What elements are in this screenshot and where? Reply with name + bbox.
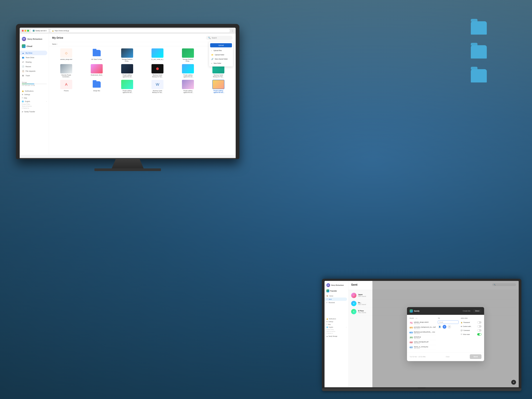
laptop-settings-label: Settings [328, 321, 333, 322]
user-name: Henry Richardson [27, 38, 42, 40]
laptop-nav-received[interactable]: ↙ Received [324, 301, 348, 304]
laptop-notifications[interactable]: 🔔 Notifications [324, 317, 348, 320]
elpaso-avatar: E [351, 309, 356, 314]
sidebar-item-file-requests[interactable]: 📋 File requests [20, 69, 49, 73]
jpg-info: photo(2).jp 355.30 kb [414, 336, 436, 339]
file-item-bench[interactable]: People walking against the w/o (22540443… [204, 80, 233, 93]
direct-tab[interactable]: Direct [473, 309, 481, 313]
browser-menu-icon[interactable]: ⋮ [231, 30, 234, 32]
sidebar-item-trash[interactable]: 🗑 Trash [20, 73, 49, 78]
file-item-folder1[interactable]: All I Want To Hear [82, 48, 111, 62]
sketch-type-icon: Fig [410, 321, 413, 324]
laptop-nav-home[interactable]: 🏠 Home [324, 294, 348, 298]
password-toggle[interactable] [477, 321, 481, 323]
modal-file-mp3: MP3 promotion_background_mu...mp3 355.30… [410, 325, 436, 330]
upload-folder-option[interactable]: 📁 Upload folder [209, 53, 233, 57]
modal-close-btn[interactable]: Close [446, 356, 450, 357]
file-item-photo11[interactable]: People walking against the w/o (22540445… [113, 80, 141, 93]
file-item-photo5[interactable]: Diversity People Connection... [52, 64, 81, 78]
contact-icon-3[interactable]: + [447, 325, 451, 329]
close-x-button[interactable]: ✕ [511, 380, 516, 385]
send-button[interactable]: Send [470, 354, 481, 359]
custom-toggle[interactable] [477, 325, 481, 328]
key-type-icon: KEY [410, 346, 413, 349]
sidebar-item-team-drive[interactable]: 👥 Team Drive [20, 55, 49, 60]
sidebar-notifications[interactable]: 🔔 Notifications [20, 89, 49, 93]
sidebar-settings[interactable]: ⚙ Settings [20, 93, 49, 96]
nav-sharing: Sharing [25, 61, 32, 63]
file-item-design[interactable]: ◇ website_design.sketch [52, 48, 81, 62]
file-item-photo2[interactable]: jk_,pint_,renita_pq_duplo_... [143, 48, 172, 62]
desktop-folder-2[interactable] [471, 45, 487, 58]
minimize-dot[interactable] [25, 30, 26, 32]
file-item-photo7[interactable]: People walking against the w/o (22540644… [113, 64, 141, 78]
contact-icon-1[interactable]: 👤 [438, 325, 442, 329]
contact-icon-2[interactable]: ⚙ [443, 325, 446, 329]
sandy-transfer-button[interactable]: ⇄ Sandy Transfer [20, 110, 49, 114]
files-add-icon[interactable]: + [416, 317, 417, 319]
sidebar-help[interactable]: ? Help [20, 96, 49, 100]
create-link-tab[interactable]: Create link [461, 309, 472, 313]
maximize-dot[interactable] [27, 30, 29, 32]
mov-type-icon: MOV [410, 331, 413, 334]
new-folder-option[interactable]: + New folder [209, 61, 233, 65]
privacy-policy-link[interactable]: Privacy Policy [20, 103, 49, 105]
sidebar-item-recent[interactable]: 🕐 Recent [20, 64, 49, 69]
file-item-word[interactable]: W Business Cards Mockup On Two... [143, 80, 172, 93]
laptop-privacy[interactable]: Privacy Policy [324, 329, 348, 330]
file-item-photo9[interactable]: People walking against the w/o (22540642… [174, 64, 202, 78]
file-item-photo6[interactable]: Shutterstock_Send_Anywhere_App [82, 64, 111, 78]
mp3-filesize: 355.30 kb [414, 328, 436, 329]
file-thumb-photo11 [121, 80, 133, 89]
sidebar-language[interactable]: 🌐 English › [20, 100, 49, 103]
monitor-stand [108, 159, 148, 168]
file-item-photo8[interactable]: Business Cards Mockup On Two... [143, 64, 172, 78]
japan-initials: J [353, 295, 354, 296]
new-shared-folder-option[interactable]: 🔗 New shared folder [209, 57, 233, 61]
sidebar-item-sharing[interactable]: ⇄ Sharing [20, 60, 49, 64]
sort-label[interactable]: Name ↑ [52, 43, 57, 45]
laptop-settings[interactable]: ⚙ Settings [324, 320, 348, 323]
upload-files-label: Upload files [214, 50, 222, 51]
browser-chrome: Sandy can do it 🔒 https://www.sendy.jp ⋮ [20, 28, 236, 34]
laptop-language-icon: 🌐 [326, 327, 328, 328]
search-input[interactable] [212, 37, 230, 39]
laptop-brand: Transfer [324, 289, 348, 294]
file-item-pictures[interactable]: A Pictures [52, 80, 81, 93]
sidebar-item-my-drive[interactable]: ☁ My Drive [20, 51, 47, 55]
file-item-design-files[interactable]: Design files [82, 80, 111, 93]
comment-addon-icon: 💬 [461, 329, 462, 331]
file-item-photo1[interactable]: Teenage Students Doing... [113, 48, 141, 62]
email-input-field[interactable]: Email [438, 320, 459, 324]
file-name-photo9: People walking against the w/o (22540642… [182, 74, 194, 78]
page-title: My Drive [52, 36, 63, 39]
browser-tab[interactable]: Sandy can do it [31, 29, 49, 32]
desktop-folder-3[interactable] [471, 69, 487, 82]
upload-files-option[interactable]: ↑ Upload files [209, 48, 233, 53]
laptop-avatar-initials: HR [327, 285, 329, 286]
file-name-bench: People walking against the w/o (22540443… [212, 90, 224, 93]
sketch-info: website_design.sketch 355.30 kb [414, 321, 436, 324]
laptop-avatar: HR [326, 283, 330, 287]
terms-link[interactable]: Terms of Service [20, 105, 49, 107]
virus-scan-toggle[interactable] [477, 333, 481, 336]
files-sort-icon[interactable]: ↕ [415, 317, 416, 319]
file-item-mountain[interactable]: People walking against the w/o (22540445… [174, 80, 202, 93]
upload-button[interactable]: Upload [210, 43, 232, 47]
laptop-language[interactable]: 🌐 English › [324, 326, 348, 329]
custom-label: Custom add... [463, 326, 472, 327]
close-dot[interactable] [22, 30, 24, 32]
address-bar[interactable]: 🔒 https://www.sendy.jp [50, 29, 230, 32]
storage-bar [22, 84, 47, 84]
desktop-folder-1[interactable] [471, 21, 487, 35]
file-item-photo3[interactable]: Teenage Students Doing... [174, 48, 202, 62]
laptop-nav-sent[interactable]: ↗ Sent [324, 298, 347, 301]
laptop-help[interactable]: ? Help [324, 323, 348, 326]
file-thumb-photo9 [182, 64, 194, 73]
laptop-storage-button[interactable]: ☁ Sandy Storage [324, 335, 348, 338]
laptop-terms[interactable]: Terms of Service [324, 330, 348, 332]
laptop-chevron-icon: › [346, 327, 347, 328]
comment-toggle[interactable] [477, 329, 481, 332]
app-layout: HR Henry Richardson Cloud ☁ My Drive [20, 34, 236, 155]
pdf-info: sandy_brandguide.pdf 355.30 kb [414, 341, 436, 344]
